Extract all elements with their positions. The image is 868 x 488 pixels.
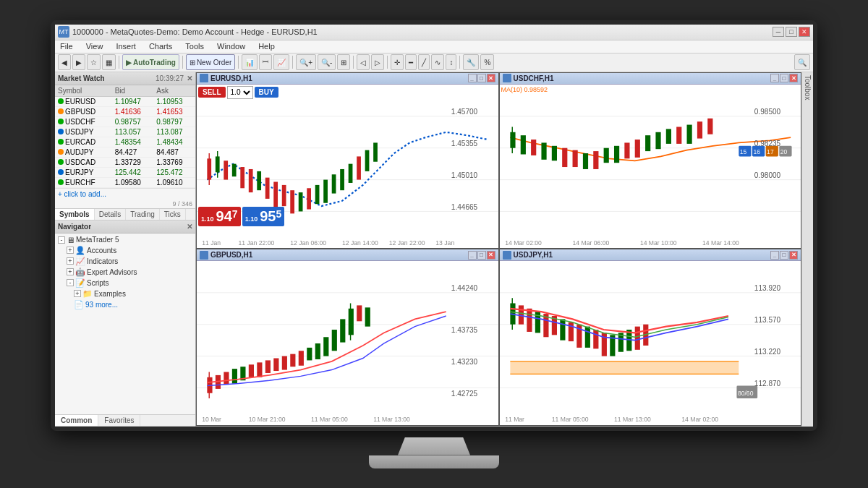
chart-min-btn[interactable]: _ xyxy=(468,251,477,260)
grid-btn[interactable]: ⊞ xyxy=(337,54,350,70)
percent-btn[interactable]: % xyxy=(480,54,494,70)
nav-metatrader5[interactable]: - 🖥 MetaTrader 5 xyxy=(55,235,195,245)
svg-text:10 Mar 21:00: 10 Mar 21:00 xyxy=(249,416,286,423)
nav-scripts[interactable]: - 📝 Scripts xyxy=(55,278,195,288)
chart-close-btn[interactable]: ✕ xyxy=(789,251,798,260)
crosshair-btn[interactable]: ✛ xyxy=(391,54,404,70)
market-watch-close[interactable]: ✕ xyxy=(187,74,192,82)
search-btn[interactable]: 🔍 xyxy=(794,54,810,70)
menu-view[interactable]: View xyxy=(84,42,106,51)
chart-close-btn[interactable]: ✕ xyxy=(789,74,798,82)
nav-item-mt5: MetaTrader 5 xyxy=(76,236,119,244)
sym-usdjpy: USDJPY xyxy=(65,128,93,136)
chart-min-btn[interactable]: _ xyxy=(770,74,779,82)
svg-rect-126 xyxy=(593,330,598,348)
market-row[interactable]: USDCHF 0.98757 0.98797 xyxy=(55,116,195,127)
menu-charts[interactable]: Charts xyxy=(147,42,174,51)
nav-examples[interactable]: + 📁 Examples xyxy=(55,288,195,299)
expand-accounts[interactable]: + xyxy=(67,247,74,254)
svg-rect-88 xyxy=(257,362,262,377)
menu-insert[interactable]: Insert xyxy=(114,42,138,51)
market-row[interactable]: EURCHF 1.09580 1.09610 xyxy=(55,177,195,187)
market-row[interactable]: EURCAD 1.48354 1.48434 xyxy=(55,137,195,147)
charts-and-terminal: EURUSD,H1 _ □ ✕ xyxy=(196,72,801,427)
chart-min-btn[interactable]: _ xyxy=(468,74,477,82)
chart-profiles-btn[interactable]: ▦ xyxy=(102,54,116,70)
market-row[interactable]: USDJPY 113.057 113.087 xyxy=(55,127,195,137)
chart-usdchf-title: USDCHF,H1 xyxy=(514,74,554,82)
fib-btn[interactable]: ↕ xyxy=(446,54,456,70)
chart-max-btn[interactable]: □ xyxy=(477,74,486,82)
chart-min-btn[interactable]: _ xyxy=(770,251,779,260)
nav-tab-common[interactable]: Common xyxy=(55,415,98,426)
chart-max-btn[interactable]: □ xyxy=(477,251,486,260)
new-chart-btn[interactable]: ☆ xyxy=(87,54,101,70)
sym-eurchf: EURCHF xyxy=(65,179,95,187)
trendline-btn[interactable]: ╱ xyxy=(418,54,430,70)
navigator-close[interactable]: ✕ xyxy=(187,223,192,231)
bid-usdcad: 1.33729 xyxy=(112,157,154,167)
bar-btn[interactable]: 𝄩 xyxy=(259,54,272,70)
market-row[interactable]: EURJPY 125.442 125.472 xyxy=(55,167,195,177)
chart-eurusd-titlebar: EURUSD,H1 _ □ ✕ xyxy=(197,73,498,85)
zoom-out-btn[interactable]: 🔍- xyxy=(318,54,336,70)
settings-btn[interactable]: 🔧 xyxy=(463,54,479,70)
chart-usdjpy-titlebar: USDJPY,H1 _ □ ✕ xyxy=(500,249,801,261)
svg-rect-53 xyxy=(624,142,629,158)
chart-usdjpy-body[interactable]: 80/60 113.920 113.570 113.220 112.870 11… xyxy=(500,261,801,425)
lot-select[interactable]: 1.00 xyxy=(227,86,253,99)
tab-symbols[interactable]: Symbols xyxy=(55,209,95,220)
tab-trading[interactable]: Trading xyxy=(126,209,160,220)
market-row[interactable]: EURUSD 1.10947 1.10953 xyxy=(55,96,195,106)
menu-tools[interactable]: Tools xyxy=(183,42,206,51)
expand-ea[interactable]: + xyxy=(67,268,74,275)
close-btn[interactable]: ✕ xyxy=(799,27,810,37)
expand-icon[interactable]: - xyxy=(58,236,65,244)
chart-usdjpy-title: USDJPY,H1 xyxy=(514,251,553,259)
toolbox-sidebar[interactable]: Toolbox xyxy=(801,72,813,427)
nav-expert-advisors[interactable]: + 🤖 Expert Advisors xyxy=(55,267,195,278)
zoom-in-btn[interactable]: 🔍+ xyxy=(296,54,316,70)
tab-ticks[interactable]: Ticks xyxy=(160,209,186,220)
svg-text:14 Mar 14:00: 14 Mar 14:00 xyxy=(702,239,739,247)
add-symbol[interactable]: + click to add... xyxy=(55,188,195,200)
expand-indicators[interactable]: + xyxy=(67,257,74,265)
back-btn[interactable]: ◀ xyxy=(58,54,71,70)
chart-close-btn[interactable]: ✕ xyxy=(487,251,495,260)
svg-rect-60 xyxy=(697,121,702,138)
chart-eurusd-body[interactable]: SELL 1.00 BUY xyxy=(197,85,498,249)
minimize-btn[interactable]: ─ xyxy=(773,27,784,37)
wave-btn[interactable]: ∿ xyxy=(431,54,444,70)
chart-gbpusd-body[interactable]: 1.44240 1.43735 1.43230 1.42725 10 Mar 1… xyxy=(197,261,498,425)
bid-eurchf: 1.09580 xyxy=(112,177,154,187)
candle-btn[interactable]: 📊 xyxy=(242,54,258,70)
sell-btn[interactable]: SELL xyxy=(198,87,226,98)
menu-window[interactable]: Window xyxy=(215,42,247,51)
tab-details[interactable]: Details xyxy=(95,209,127,220)
market-row[interactable]: AUDJPY 84.427 84.487 xyxy=(55,147,195,157)
nav-indicators[interactable]: + 📈 Indicators xyxy=(55,256,195,267)
menu-file[interactable]: File xyxy=(58,42,75,51)
nav-accounts[interactable]: + 👤 Accounts xyxy=(55,245,195,256)
bid-eurjpy: 125.442 xyxy=(112,167,154,177)
nav-more[interactable]: 📄 93 more... xyxy=(55,299,195,310)
new-order-btn[interactable]: ⊞ New Order xyxy=(186,54,235,70)
expand-scripts[interactable]: - xyxy=(67,279,74,286)
expand-examples[interactable]: + xyxy=(74,290,81,297)
chart-close-btn[interactable]: ✕ xyxy=(487,74,495,82)
line-btn[interactable]: 📈 xyxy=(273,54,289,70)
next-btn[interactable]: ▷ xyxy=(371,54,384,70)
chart-max-btn[interactable]: □ xyxy=(780,74,788,82)
market-row[interactable]: GBPUSD 1.41636 1.41653 xyxy=(55,106,195,116)
fwd-btn[interactable]: ▶ xyxy=(72,54,85,70)
market-row[interactable]: USDCAD 1.33729 1.33769 xyxy=(55,157,195,167)
nav-tab-favorites[interactable]: Favorites xyxy=(98,415,140,426)
maximize-btn[interactable]: □ xyxy=(786,27,797,37)
buy-btn[interactable]: BUY xyxy=(255,87,278,98)
chart-max-btn[interactable]: □ xyxy=(780,251,788,260)
auto-trading-btn[interactable]: ▶ AutoTrading xyxy=(122,54,179,70)
hline-btn[interactable]: ━ xyxy=(405,54,417,70)
prev-btn[interactable]: ◁ xyxy=(357,54,370,70)
menu-help[interactable]: Help xyxy=(256,42,277,51)
chart-usdchf-body[interactable]: MA(10) 0.98592 xyxy=(500,85,801,249)
